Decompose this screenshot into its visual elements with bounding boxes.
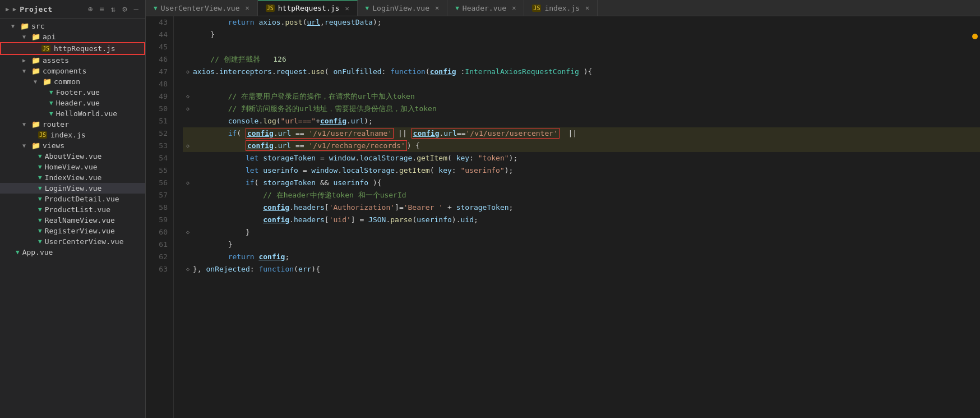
settings-icon[interactable]: ⚙	[121, 3, 128, 15]
code-line-49: ◇ // 在需要用户登录后的操作，在请求的url中加入token	[183, 90, 980, 103]
file-tree: ▼ 📁 src ▼ 📁 api JS httpRequest.js ▶ 📁 as…	[0, 19, 145, 418]
tree-item-assets[interactable]: ▶ 📁 assets	[0, 55, 145, 66]
vue-icon-header: ▼	[49, 99, 53, 107]
gutter-47: ◇	[183, 66, 193, 78]
vue-icon-productlist: ▼	[38, 206, 42, 213]
sidebar-title: Project	[20, 5, 52, 13]
line-numbers: 43 44 45 46 47 48 49 50 51 52 53 54 55 5…	[146, 16, 174, 418]
tree-item-router-index[interactable]: JS index.js	[0, 130, 145, 140]
vue-tab-icon-login: ▼	[366, 4, 369, 12]
tree-item-aboutview[interactable]: ▼ AboutView.vue	[0, 151, 145, 162]
vue-icon-app: ▼	[16, 249, 20, 256]
tree-item-homeview[interactable]: ▼ HomeView.vue	[0, 162, 145, 172]
code-line-46: // 创建拦截器 126	[183, 53, 980, 66]
vue-icon-productdetail: ▼	[38, 195, 42, 203]
vue-tab-icon-header: ▼	[455, 4, 459, 12]
tree-item-productdetail[interactable]: ▼ ProductDetail.vue	[0, 194, 145, 204]
folder-icon-api: 📁	[31, 33, 40, 41]
gutter-53: ◇	[183, 140, 193, 152]
new-file-icon[interactable]: ⊕	[87, 3, 94, 15]
tree-item-router[interactable]: ▼ 📁 router	[0, 119, 145, 130]
code-line-48	[183, 78, 980, 90]
vue-icon-registerview: ▼	[38, 227, 42, 235]
tree-item-common[interactable]: ▼ 📁 common	[0, 76, 145, 87]
sidebar-toolbar: ⊕ ≡ ⇅ ⚙ —	[87, 3, 140, 15]
tab-indexjs[interactable]: JS index.js ✕	[524, 0, 598, 16]
tab-loginview[interactable]: ▼ LoginView.vue ✕	[358, 0, 448, 16]
tree-item-loginview[interactable]: ▼ LoginView.vue	[0, 183, 145, 194]
gutter-56: ◇	[183, 177, 193, 189]
tree-item-views[interactable]: ▼ 📁 views	[0, 140, 145, 151]
tab-close-httprequest[interactable]: ✕	[345, 4, 349, 12]
js-tab-icon-httprequest: JS	[266, 4, 275, 12]
vue-icon-loginview: ▼	[38, 185, 42, 192]
tab-label-usercenter: UserCenterView.vue	[161, 4, 240, 12]
vue-icon-realnameview: ▼	[38, 217, 42, 224]
vue-icon-usercenter: ▼	[38, 238, 42, 245]
code-line-43: return axios.post(url,requestData);	[183, 16, 980, 29]
code-line-54: let storageToken = window.localStorage.g…	[183, 152, 980, 164]
tab-header[interactable]: ▼ Header.vue ✕	[447, 0, 524, 16]
folder-icon-components: 📁	[31, 67, 40, 75]
gutter-60: ◇	[183, 226, 193, 238]
tree-item-registerview[interactable]: ▼ RegisterView.vue	[0, 226, 145, 236]
tree-item-components[interactable]: ▼ 📁 components	[0, 66, 145, 76]
folder-icon-common: 📁	[43, 77, 52, 86]
tab-label-indexjs: index.js	[544, 4, 580, 12]
vue-icon-indexview: ▼	[38, 174, 42, 181]
folder-icon-router: 📁	[31, 120, 40, 128]
tree-item-httpRequest[interactable]: JS httpRequest.js	[0, 42, 145, 55]
js-icon-router-index: JS	[38, 131, 47, 139]
folder-icon-views: 📁	[31, 141, 40, 150]
code-line-59: config.headers['uid'] = JSON.parse(useri…	[183, 214, 980, 226]
tab-close-usercenter[interactable]: ✕	[246, 4, 249, 12]
tree-item-api[interactable]: ▼ 📁 api	[0, 31, 145, 42]
tab-close-loginview[interactable]: ✕	[435, 4, 439, 12]
tree-item-usercenter[interactable]: ▼ UserCenterView.vue	[0, 236, 145, 247]
tree-item-header[interactable]: ▼ Header.vue	[0, 98, 145, 108]
code-line-45	[183, 41, 980, 53]
tree-item-realnameview[interactable]: ▼ RealNameView.vue	[0, 215, 145, 226]
gutter-50: ◇	[183, 103, 193, 115]
minimize-icon[interactable]: —	[133, 3, 140, 15]
tab-close-header[interactable]: ✕	[512, 4, 516, 12]
code-line-57: // 在header中传递token 和一个userId	[183, 189, 980, 201]
code-line-62: return config;	[183, 251, 980, 263]
tab-close-indexjs[interactable]: ✕	[585, 4, 589, 12]
editor-area: ▼ UserCenterView.vue ✕ JS httpRequest.js…	[146, 0, 980, 418]
sort-icon[interactable]: ⇅	[110, 3, 117, 15]
sidebar-header: ▶ ▶ Project ⊕ ≡ ⇅ ⚙ —	[0, 0, 145, 19]
code-line-63: ◇ }, onRejected: function(err){	[183, 263, 980, 275]
gutter-49: ◇	[183, 90, 193, 103]
sidebar: ▶ ▶ Project ⊕ ≡ ⇅ ⚙ — ▼ 📁 src ▼ 📁 api	[0, 0, 146, 418]
minimap-indicator	[972, 34, 978, 39]
folder-icon-assets: 📁	[31, 56, 40, 65]
gutter-63: ◇	[183, 263, 193, 275]
code-line-50: ◇ // 判断访问服务器的url地址，需要提供身份信息，加入token	[183, 103, 980, 115]
tab-label-loginview: LoginView.vue	[372, 4, 429, 12]
code-line-47: ◇ axios.interceptors.request.use( onFulf…	[183, 66, 980, 78]
tab-usercenter[interactable]: ▼ UserCenterView.vue ✕	[146, 0, 258, 16]
code-line-44: }	[183, 29, 980, 41]
code-line-52: if( config.url == '/v1/user/realname' ||…	[183, 127, 980, 140]
code-line-53: ◇ config.url == '/v1/recharge/records') …	[183, 140, 980, 152]
tree-item-src[interactable]: ▼ 📁 src	[0, 21, 145, 31]
vue-icon-helloworld: ▼	[49, 110, 53, 117]
code-line-61: }	[183, 238, 980, 251]
tree-item-helloworld[interactable]: ▼ HelloWorld.vue	[0, 108, 145, 119]
tree-item-app[interactable]: ▼ App.vue	[0, 247, 145, 258]
code-line-58: config.headers['Authorization']='Bearer …	[183, 201, 980, 214]
collapse-all-icon[interactable]: ≡	[98, 3, 105, 15]
folder-icon-src: 📁	[20, 22, 29, 30]
tabs-bar: ▼ UserCenterView.vue ✕ JS httpRequest.js…	[146, 0, 980, 16]
tab-httprequest[interactable]: JS httpRequest.js ✕	[258, 0, 358, 16]
code-line-60: ◇ }	[183, 226, 980, 238]
tree-item-indexview[interactable]: ▼ IndexView.vue	[0, 172, 145, 183]
code-line-56: ◇ if( storageToken && userinfo ){	[183, 177, 980, 189]
tree-item-footer[interactable]: ▼ Footer.vue	[0, 87, 145, 98]
vue-icon-homeview: ▼	[38, 163, 42, 171]
js-tab-icon-index: JS	[532, 4, 541, 12]
tree-item-productlist[interactable]: ▼ ProductList.vue	[0, 204, 145, 215]
code-editor[interactable]: 43 44 45 46 47 48 49 50 51 52 53 54 55 5…	[146, 16, 980, 418]
code-line-51: console.log("url==="+config.url);	[183, 115, 980, 127]
